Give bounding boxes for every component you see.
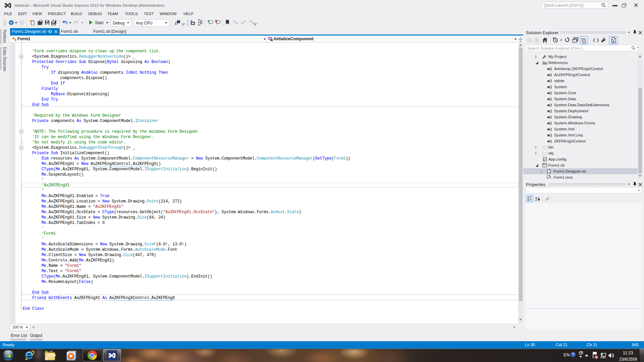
svg-text:?: ?: [572, 353, 574, 356]
svg-text:Z: Z: [535, 199, 537, 201]
